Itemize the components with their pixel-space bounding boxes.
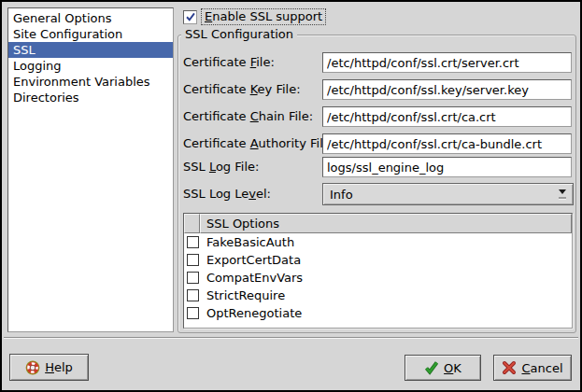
certificate-key-file-input[interactable]	[322, 79, 572, 100]
ok-button-label: OK	[444, 361, 461, 375]
option-label: StrictRequire	[206, 288, 285, 302]
certificate-file-label: Certificate File:	[183, 52, 275, 73]
ssl-options-column-header[interactable]: SSL Options	[200, 214, 572, 233]
ssl-options-checkbox-column-header[interactable]	[184, 214, 200, 233]
enable-ssl-label-mnemonic: E	[205, 9, 212, 23]
ssl-log-level-label: SSL Log Level:	[183, 183, 271, 205]
enable-ssl-row: Enable SSL support	[183, 8, 326, 25]
optrenegotiate-checkbox[interactable]	[187, 307, 199, 319]
exportcertdata-checkbox[interactable]	[187, 254, 199, 266]
table-row-strictrequire[interactable]: StrictRequire	[184, 287, 572, 304]
certificate-file-input[interactable]	[322, 52, 572, 73]
certificate-file-row: Certificate File:	[2, 52, 582, 73]
enable-ssl-label[interactable]: Enable SSL support	[201, 8, 326, 25]
option-label: ExportCertData	[206, 253, 301, 267]
certificate-chain-file-row: Certificate Chain File:	[2, 106, 582, 127]
sidebar-item-general-options[interactable]: General Options	[8, 10, 173, 26]
fakebasicauth-checkbox[interactable]	[187, 236, 199, 248]
cancel-x-icon	[502, 360, 517, 375]
ssl-log-level-dropdown[interactable]: Info	[322, 183, 574, 205]
help-button[interactable]: Help	[9, 354, 89, 381]
check-icon	[185, 11, 196, 22]
ssl-log-level-row: SSL Log Level: Info	[2, 183, 582, 205]
enable-ssl-checkbox[interactable]	[183, 10, 197, 24]
compatenvvars-checkbox[interactable]	[187, 272, 199, 284]
certificate-key-file-row: Certificate Key File:	[2, 79, 582, 100]
certificate-key-file-label: Certificate Key File:	[183, 79, 301, 100]
frame-title: SSL Configuration	[181, 27, 297, 41]
certificate-authority-file-row: Certificate Authority File:	[2, 133, 582, 154]
httpd-config-dialog: General Options Site Configuration SSL L…	[0, 0, 582, 392]
option-label: OptRenegotiate	[206, 306, 302, 320]
ssl-options-header-row: SSL Options	[184, 214, 572, 233]
certificate-chain-file-label: Certificate Chain File:	[183, 106, 313, 127]
option-label: CompatEnvVars	[206, 271, 303, 285]
cancel-button-label: Cancel	[521, 361, 562, 375]
option-label: FakeBasicAuth	[206, 235, 294, 249]
enable-ssl-label-text: nable SSL support	[212, 9, 322, 23]
certificate-authority-file-input[interactable]	[322, 133, 572, 154]
bottom-separator	[4, 337, 578, 339]
sidebar-item-site-configuration[interactable]: Site Configuration	[8, 26, 173, 42]
certificate-authority-file-label: Certificate Authority File:	[183, 133, 334, 154]
ssl-log-file-label: SSL Log File:	[183, 157, 259, 177]
dropdown-arrow-icon	[552, 185, 572, 203]
ssl-options-table: SSL Options FakeBasicAuth ExportCertData…	[183, 213, 573, 329]
ok-button[interactable]: OK	[405, 355, 481, 381]
lifebuoy-icon	[25, 360, 40, 375]
table-row-fakebasicauth[interactable]: FakeBasicAuth	[184, 233, 572, 251]
table-row-exportcertdata[interactable]: ExportCertData	[184, 251, 572, 269]
ssl-log-file-input[interactable]	[322, 157, 572, 177]
ssl-log-file-row: SSL Log File:	[2, 157, 582, 177]
certificate-chain-file-input[interactable]	[322, 106, 572, 127]
cancel-button[interactable]: Cancel	[493, 355, 572, 381]
table-row-compatenvvars[interactable]: CompatEnvVars	[184, 269, 572, 287]
ssl-log-level-value: Info	[330, 188, 353, 202]
strictrequire-checkbox[interactable]	[187, 289, 199, 301]
help-button-label: Help	[45, 360, 73, 374]
ok-check-icon	[424, 360, 439, 375]
table-row-optrenegotiate[interactable]: OptRenegotiate	[184, 304, 572, 322]
